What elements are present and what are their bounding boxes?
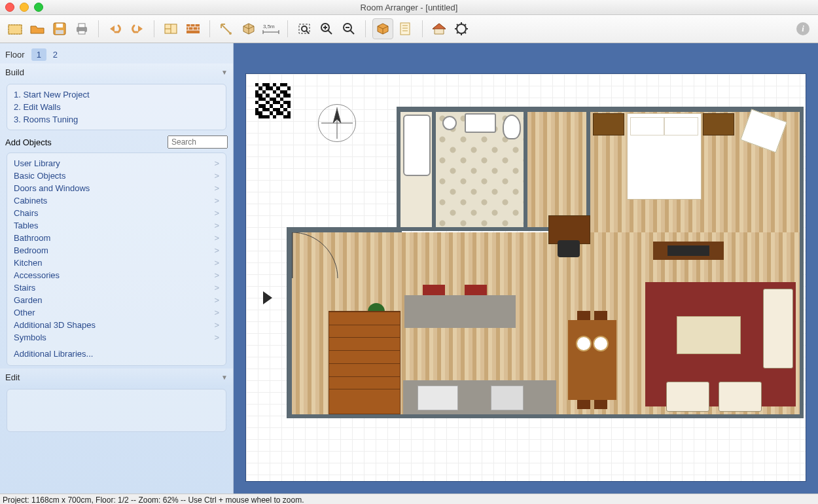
category-stairs[interactable]: Stairs>	[14, 281, 219, 294]
floor-label: Floor	[5, 50, 25, 60]
category-doors-and-windows[interactable]: Doors and Windows>	[14, 182, 219, 194]
category-chairs[interactable]: Chairs>	[14, 207, 219, 219]
house-button[interactable]	[429, 19, 449, 39]
svg-rect-3	[56, 24, 63, 27]
zoom-in-button[interactable]	[317, 19, 336, 39]
svg-line-28	[328, 30, 332, 34]
room-tool-button[interactable]	[161, 19, 181, 39]
category-label: Bathroom	[14, 233, 50, 243]
category-label: Bedroom	[14, 245, 48, 255]
category-label: Basic Objects	[14, 171, 65, 181]
basin	[442, 116, 457, 130]
additional-libraries-link[interactable]: Additional Libraries...	[14, 344, 219, 361]
category-garden[interactable]: Garden>	[14, 294, 219, 306]
render-button[interactable]	[452, 19, 471, 39]
wall-tool-button[interactable]	[183, 19, 203, 39]
coffee-table	[677, 316, 741, 354]
svg-line-26	[306, 31, 309, 33]
add-objects-header: Add Objects	[5, 137, 52, 147]
house	[287, 107, 799, 442]
measure-button[interactable]: 3,5m	[261, 19, 281, 39]
toolbar: 3,5m i	[0, 15, 818, 43]
window-minimize-button[interactable]	[20, 3, 29, 12]
build-rooms-tuning[interactable]: 3. Rooms Tuning	[14, 113, 219, 126]
3d-view-button[interactable]	[372, 18, 393, 39]
category-bathroom[interactable]: Bathroom>	[14, 232, 219, 244]
office-chair	[558, 240, 580, 257]
chair	[577, 400, 590, 409]
sink	[465, 113, 496, 133]
category-label: Additional 3D Shapes	[14, 320, 96, 330]
dining-table	[568, 320, 616, 400]
chevron-right-icon: >	[214, 283, 219, 293]
chevron-right-icon: >	[214, 158, 219, 168]
titlebar: Room Arranger - [untitled]	[0, 0, 818, 15]
svg-line-46	[465, 24, 466, 26]
category-label: Accessories	[14, 270, 60, 280]
chevron-right-icon: >	[214, 196, 219, 206]
category-label: Symbols	[14, 333, 46, 342]
info-button[interactable]: i	[793, 19, 813, 39]
category-user-library[interactable]: User Library>	[14, 157, 219, 170]
print-button[interactable]	[72, 19, 92, 39]
floorplan-canvas[interactable]	[245, 73, 806, 482]
category-label: Tables	[14, 221, 39, 230]
build-section-header[interactable]: Build ▼	[0, 63, 233, 81]
category-tables[interactable]: Tables>	[14, 219, 219, 232]
svg-rect-0	[9, 25, 22, 34]
stool	[423, 285, 445, 295]
new-project-button[interactable]	[5, 19, 25, 39]
edit-section-header[interactable]: Edit ▼	[0, 369, 233, 386]
save-button[interactable]	[50, 19, 69, 39]
armchair	[719, 382, 762, 412]
zoom-out-button[interactable]	[339, 19, 359, 39]
category-label: Garden	[14, 295, 42, 305]
sidebar: Floor 1 2 Build ▼ 1. Start New Project 2…	[0, 43, 234, 494]
canvas-area[interactable]	[234, 43, 818, 494]
category-symbols[interactable]: Symbols>	[14, 331, 219, 344]
category-cabinets[interactable]: Cabinets>	[14, 194, 219, 207]
chevron-right-icon: >	[214, 245, 219, 255]
open-button[interactable]	[27, 19, 47, 39]
window-close-button[interactable]	[5, 3, 14, 12]
category-accessories[interactable]: Accessories>	[14, 269, 219, 281]
expand-handle-icon[interactable]	[263, 291, 272, 304]
fit-view-button[interactable]	[294, 19, 314, 39]
search-input[interactable]	[168, 135, 228, 149]
redo-button[interactable]	[128, 19, 147, 39]
svg-line-43	[457, 24, 458, 26]
stairs	[329, 311, 400, 414]
chevron-right-icon: >	[214, 308, 219, 317]
category-bedroom[interactable]: Bedroom>	[14, 244, 219, 257]
bathtub	[403, 115, 431, 176]
3d-object-button[interactable]	[239, 19, 258, 39]
build-edit-walls[interactable]: 2. Edit Walls	[14, 101, 219, 113]
edit-header-label: Edit	[5, 372, 20, 382]
floor-tab-2[interactable]: 2	[48, 48, 63, 61]
undo-button[interactable]	[105, 19, 125, 39]
svg-line-44	[465, 32, 466, 33]
chevron-right-icon: >	[214, 233, 219, 243]
stove	[491, 386, 524, 410]
chair	[577, 311, 590, 320]
catalog-button[interactable]	[396, 19, 416, 39]
kitchen-sink	[418, 386, 458, 410]
category-kitchen[interactable]: Kitchen>	[14, 257, 219, 269]
chair	[594, 400, 607, 409]
svg-line-45	[457, 32, 458, 33]
category-label: Other	[14, 308, 35, 317]
categories-box: User Library>Basic Objects>Doors and Win…	[7, 153, 226, 366]
chevron-right-icon: >	[214, 171, 219, 181]
floor-tab-1[interactable]: 1	[31, 48, 46, 61]
category-label: Chairs	[14, 208, 39, 218]
bed	[627, 113, 702, 200]
svg-line-32	[350, 30, 354, 34]
window-zoom-button[interactable]	[34, 3, 43, 12]
svg-rect-4	[56, 30, 63, 34]
build-start-new[interactable]: 1. Start New Project	[14, 88, 219, 101]
category-other[interactable]: Other>	[14, 306, 219, 319]
category-label: Doors and Windows	[14, 183, 90, 193]
category-additional-3d-shapes[interactable]: Additional 3D Shapes>	[14, 319, 219, 331]
category-basic-objects[interactable]: Basic Objects>	[14, 170, 219, 182]
rotate-button[interactable]	[217, 19, 236, 39]
